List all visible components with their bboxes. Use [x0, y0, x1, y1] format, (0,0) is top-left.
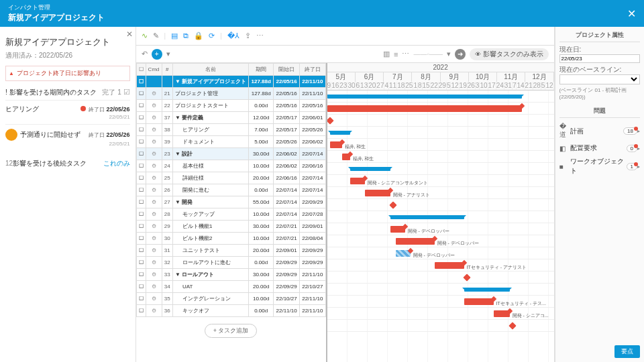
task-grid[interactable]: ☐ Cmd # 名前 期間 開始日 終了日 ☐ ▼ 新規アイデアプロジェクト [136, 63, 327, 362]
rss-icon[interactable]: ∿ [142, 32, 148, 40]
task-hearing[interactable]: ヒアリング [5, 105, 39, 114]
gantt-bar[interactable]: 開発 - アナリスト [365, 190, 390, 196]
impacted-only-toggle[interactable]: 👁 影響タスクのみ表示 [470, 48, 549, 60]
issue-row[interactable]: �道計画18▸ [559, 121, 640, 141]
project-attrs-header: プロジェクト属性 [559, 31, 640, 42]
table-row[interactable]: ☐⚙38ヒアリング7.00d22/05/1722/05/26 [136, 124, 325, 136]
table-row[interactable]: ☐⚙21プロジェクト管理127.88d22/05/1622/11/10 [136, 88, 325, 100]
chevron-down-icon[interactable]: ▾ [166, 50, 170, 58]
gantt-bar[interactable] [327, 105, 522, 112]
baseline-select[interactable] [559, 74, 640, 84]
gantt-bar[interactable]: 開発 - デベロッパー [396, 238, 435, 245]
key-button[interactable]: 要点 [614, 345, 640, 358]
check-icon[interactable]: ☑ [123, 88, 130, 96]
gantt-bar[interactable]: ITセキュリティ - テス... [464, 298, 494, 305]
gantt-bar[interactable] [390, 215, 464, 219]
add-task-button[interactable]: + タスク追加 [205, 324, 258, 338]
toolbar-secondary: ↶ + ▾ ▥ ≡ ⋯ ——◦—— ▾ ➜ 👁 影響タスクのみ表示 [136, 46, 554, 63]
table-row[interactable]: ☐⚙24基本仕様10.00d22/06/0222/06/16 [136, 160, 325, 172]
col-cmd: Cmd [146, 64, 162, 76]
successor-count: 12 [5, 160, 13, 167]
col-num: # [162, 64, 172, 76]
table-row[interactable]: ☐⚙39ドキュメント5.00d22/05/2622/06/02 [136, 136, 325, 148]
layers-icon[interactable]: ▤ [171, 32, 178, 40]
table-row[interactable]: ☐⚙26開発に進む0.00d22/07/1422/07/14 [136, 184, 325, 196]
col-name: 名前 [172, 64, 248, 76]
dots-icon[interactable]: ⋯ [402, 50, 409, 58]
panel-close-icon[interactable]: ✕ [126, 29, 133, 39]
header-subtitle: インパクト管理 [8, 3, 105, 12]
status-dot-icon [80, 106, 86, 111]
header-title: 新規アイデアプロジェクト [8, 12, 105, 23]
table-row[interactable]: ☐⚙32ロールアウトに進む0.00d22/09/2922/09/29 [136, 257, 325, 269]
issue-row[interactable]: ◧配置要求0▸ [559, 141, 640, 155]
avatar [5, 129, 17, 141]
gantt-bar[interactable] [389, 201, 396, 208]
col-dur: 期間 [249, 64, 274, 76]
gantt-bar[interactable]: 開発 - デベロッパー [390, 226, 405, 233]
gantt-bar[interactable] [350, 167, 390, 171]
table-row[interactable]: ☐⚙23▼ 設計30.00d22/06/0222/07/14 [136, 148, 325, 160]
table-row[interactable]: ☐⚙30ビルト機能210.00d22/07/2122/08/04 [136, 233, 325, 245]
issues-header: 問題 [559, 107, 640, 118]
impacted-tasks-label: ! 影響を受ける期間内のタスク [5, 88, 97, 97]
toolbar-primary: ∿ ✎ | ▤ ⧉ 🔒 ⟳ | �⅄ ⇪ ⋯ [136, 27, 554, 46]
col-end: 終了日 [299, 64, 325, 76]
gantt-year: 2022 [327, 63, 554, 72]
col-start: 開始日 [274, 64, 300, 76]
table-row[interactable]: ☐⚙35インテグレーション10.00d22/10/2722/11/10 [136, 293, 325, 305]
goto-icon[interactable]: ➜ [455, 49, 466, 60]
gantt-bar[interactable] [464, 288, 510, 292]
project-title: 新規アイデアプロジェクト [5, 36, 130, 48]
today-input[interactable] [559, 54, 640, 63]
gantt-bar[interactable] [463, 274, 470, 281]
gantt-bar[interactable] [327, 117, 334, 124]
gantt-bar[interactable]: ITセキュリティ - アナリスト [435, 262, 464, 269]
table-row[interactable]: ☐⚙36キックオフ0.00d22/11/1022/11/10 [136, 305, 325, 317]
table-row[interactable]: ☐⚙27▼ 開発55.00d22/07/1422/09/29 [136, 196, 325, 208]
copy-icon[interactable]: ⧉ [183, 32, 189, 40]
refresh-icon[interactable]: ⟳ [209, 32, 215, 40]
left-panel: ✕ 新規アイデアプロジェクト 適用済み：2022/05/26 プロジェクト終了日… [0, 27, 136, 362]
add-task-icon[interactable]: + [152, 49, 162, 60]
columns-icon[interactable]: ▥ [383, 50, 390, 58]
table-row[interactable]: ☐⚙34UAT20.00d22/09/2922/10/27 [136, 281, 325, 293]
gantt-bar[interactable]: 開発 - デベロッパー [396, 250, 411, 257]
gantt-bar[interactable]: 開発 - シニアコ... [494, 310, 510, 317]
app-header: インパクト管理 新規アイデアプロジェクト ✕ [0, 0, 644, 27]
col-check: ☐ [136, 64, 146, 76]
table-row[interactable]: ☐⚙33▼ ロールアウト30.00d22/09/2922/11/10 [136, 269, 325, 281]
table-row[interactable]: ☐⚙22プロジェクトスタート0.00d22/05/1622/05/16 [136, 100, 325, 112]
project-row[interactable]: ☐ ▼ 新規アイデアプロジェクト 127.88d 22/05/16 22/11/… [136, 76, 325, 88]
lock-icon[interactable]: 🔒 [194, 32, 203, 40]
right-panel: プロジェクト属性 現在日: 現在のベースライン: (ベースライン 01 - 初期… [555, 27, 644, 362]
issue-row[interactable]: ■ワークオブジェクト1▸ [559, 155, 640, 178]
table-row[interactable]: ☐⚙29ビルト機能130.00d22/07/2122/09/01 [136, 221, 325, 233]
table-row[interactable]: ☐⚙28モックアップ10.00d22/07/1422/07/28 [136, 208, 325, 221]
undo-icon[interactable]: ↶ [142, 50, 148, 58]
share-icon[interactable]: ⇪ [245, 32, 251, 40]
gantt-chart[interactable]: 2022 5月6月7月8月9月10月11月12月 916233061320274… [327, 63, 554, 362]
alert-banner: プロジェクト終了日に影響あり [5, 66, 130, 81]
gantt-bar[interactable]: 福井, 和生 [330, 141, 342, 148]
center-panel: ∿ ✎ | ▤ ⧉ 🔒 ⟳ | �⅄ ⇪ ⋯ ↶ + ▾ ▥ ≡ ⋯ ——◦——… [136, 27, 555, 362]
gantt-bar[interactable]: 福井, 和生 [342, 154, 350, 160]
more-icon[interactable]: ⋯ [256, 32, 264, 40]
chevron-down-icon[interactable]: ▾ [447, 50, 451, 58]
filter-icon[interactable]: ≡ [394, 50, 398, 58]
gantt-bar[interactable] [327, 95, 522, 99]
gantt-bar[interactable] [330, 131, 350, 135]
gantt-bar[interactable]: 開発 - シニアコンサルタント [350, 178, 365, 184]
close-icon[interactable]: ✕ [627, 7, 636, 20]
table-row[interactable]: ☐⚙37▼ 要件定義12.00d22/05/1722/06/01 [136, 112, 325, 124]
only-link[interactable]: これのみ [103, 159, 130, 168]
hierarchy-icon[interactable]: �⅄ [227, 32, 239, 40]
table-row[interactable]: ☐⚙31ユニットテスト20.00d22/09/0122/09/29 [136, 245, 325, 257]
edit-icon[interactable]: ✎ [153, 32, 159, 40]
table-row[interactable]: ☐⚙25詳細仕様20.00d22/06/1622/07/14 [136, 172, 325, 184]
gantt-bar[interactable] [508, 322, 516, 329]
